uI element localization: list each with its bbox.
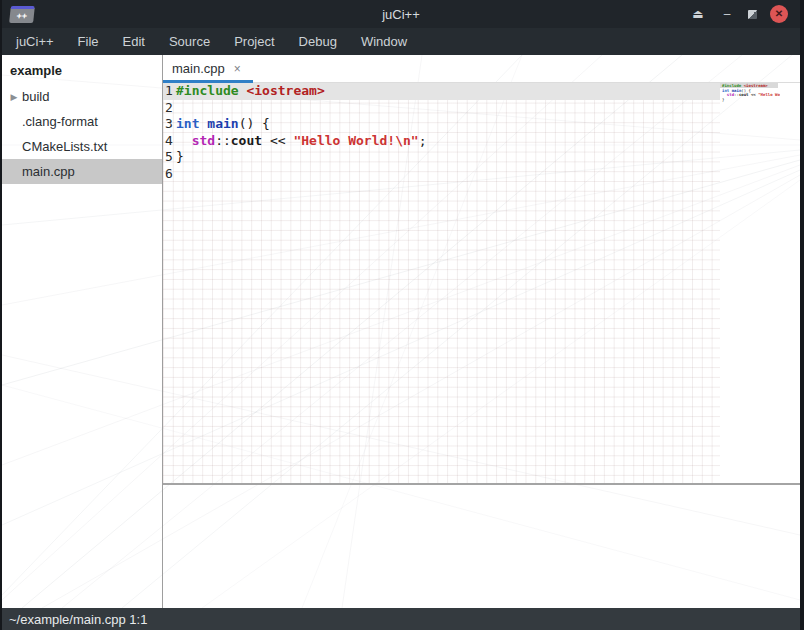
code-line: 4 std::cout << "Hello World!\n"; (163, 133, 736, 150)
menu-item-file[interactable]: File (66, 29, 111, 54)
file-tree-sidebar: example ▶build.clang-formatCMakeLists.tx… (2, 55, 163, 608)
content-area: example ▶build.clang-formatCMakeLists.tx… (2, 55, 800, 608)
menu-item-juci[interactable]: juCi++ (4, 29, 66, 54)
code-line: 6 (163, 166, 736, 183)
menu-item-edit[interactable]: Edit (111, 29, 157, 54)
line-number: 2 (163, 100, 176, 117)
tree-item-main-cpp[interactable]: main.cpp (2, 159, 162, 184)
line-number: 1 (163, 83, 176, 100)
app-logo-icon: ++ (9, 6, 35, 23)
tree-item-label: CMakeLists.txt (22, 139, 107, 154)
code-editor[interactable]: 1#include <iostream>23int main() {4 std:… (163, 83, 800, 483)
terminal-panel[interactable] (163, 485, 800, 608)
statusbar: ~/example/main.cpp 1:1 (2, 608, 800, 630)
code-lines: 1#include <iostream>23int main() {4 std:… (163, 83, 736, 183)
expander-icon[interactable]: ▶ (6, 92, 22, 102)
tab-close-icon[interactable]: × (234, 63, 241, 75)
menubar: juCi++FileEditSourceProjectDebugWindow (2, 28, 800, 55)
juci-window: ++ juCi++ ⏏–✕ juCi++FileEditSourceProjec… (0, 0, 804, 630)
project-name: example (2, 60, 162, 84)
code-line: 3int main() { (163, 116, 736, 133)
window-title: juCi++ (2, 7, 800, 22)
line-number: 5 (163, 149, 176, 166)
minimap-lines: #include <iostream>int main() { std::cou… (720, 83, 780, 103)
code-line: 1#include <iostream> (163, 83, 736, 100)
tree-item-clang-format[interactable]: .clang-format (2, 109, 162, 134)
code-line: 5} (163, 149, 736, 166)
titlebar: ++ juCi++ ⏏–✕ (2, 0, 800, 28)
line-number: 3 (163, 116, 176, 133)
shade-button[interactable]: ⏏ (690, 6, 706, 22)
code-line: 2 (163, 100, 736, 117)
menu-item-debug[interactable]: Debug (287, 29, 349, 54)
tree-item-label: main.cpp (22, 164, 75, 179)
close-button[interactable]: ✕ (770, 5, 788, 23)
tree-item-label: .clang-format (22, 114, 98, 129)
tree-item-cmakelists-txt[interactable]: CMakeLists.txt (2, 134, 162, 159)
menu-item-source[interactable]: Source (157, 29, 222, 54)
minimize-button[interactable]: – (719, 6, 735, 22)
tree-item-label: build (22, 89, 49, 104)
status-file-path: ~/example/main.cpp 1:1 (9, 612, 147, 627)
menu-item-project[interactable]: Project (222, 29, 286, 54)
line-number: 4 (163, 133, 176, 150)
menu-item-window[interactable]: Window (349, 29, 419, 54)
line-number: 6 (163, 166, 176, 183)
restore-button[interactable] (748, 10, 757, 19)
tree-item-build[interactable]: ▶build (2, 84, 162, 109)
tab-main-cpp[interactable]: main.cpp × (163, 61, 253, 82)
tabbar: main.cpp × (163, 55, 800, 83)
window-controls: ⏏–✕ (690, 5, 800, 23)
minimap[interactable]: #include <iostream>int main() { std::cou… (720, 83, 780, 143)
main-column: main.cpp × 1#include <iostream>23int mai… (163, 55, 800, 608)
file-tree: ▶build.clang-formatCMakeLists.txtmain.cp… (2, 84, 162, 184)
tab-label: main.cpp (172, 61, 225, 76)
